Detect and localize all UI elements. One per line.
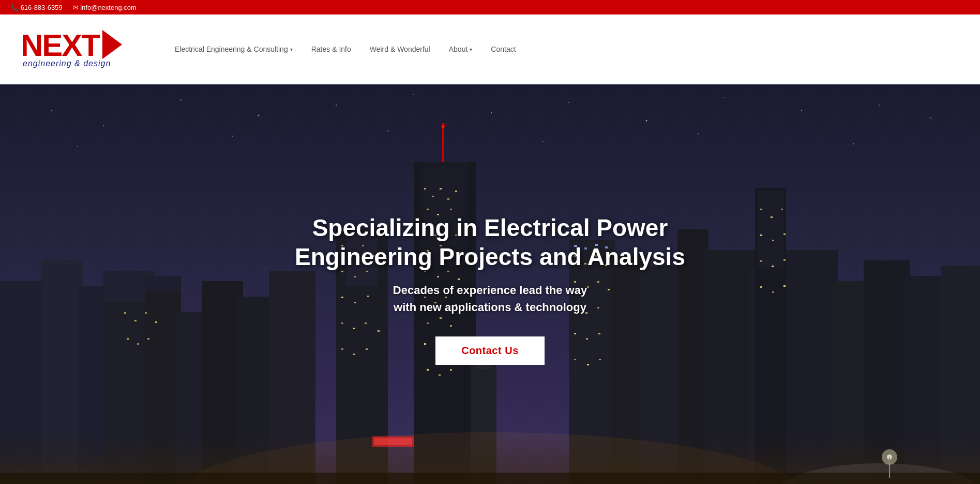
svg-point-16: [387, 130, 388, 131]
svg-point-8: [568, 102, 569, 103]
svg-point-19: [853, 143, 854, 144]
contact-us-button[interactable]: Contact Us: [435, 336, 545, 365]
svg-rect-131: [145, 312, 147, 314]
main-nav: Electrical Engineering & Consulting ▾ Ra…: [165, 40, 959, 58]
svg-rect-151: [0, 473, 980, 484]
svg-rect-138: [781, 209, 783, 210]
svg-rect-140: [772, 240, 774, 241]
svg-rect-52: [758, 190, 783, 268]
svg-point-9: [646, 120, 647, 122]
svg-point-1: [51, 110, 52, 111]
svg-rect-145: [760, 286, 762, 288]
svg-point-18: [698, 133, 699, 134]
svg-rect-144: [783, 259, 786, 261]
hero-subtitle: Decades of experience lead the waywith n…: [278, 282, 702, 316]
svg-point-17: [542, 141, 544, 142]
hero-title: Specializing in Electrical Power Enginee…: [278, 214, 702, 271]
svg-rect-156: [374, 438, 412, 445]
svg-rect-146: [772, 291, 774, 293]
svg-rect-129: [124, 312, 126, 314]
nav-label-electrical: Electrical Engineering & Consulting: [175, 45, 288, 53]
nav-label-contact: Contact: [491, 45, 516, 53]
email-contact[interactable]: ✉ info@nexteng.com: [73, 4, 137, 11]
email-address: info@nexteng.com: [80, 4, 137, 11]
nav-weird-wonderful[interactable]: Weird & Wonderful: [360, 40, 440, 58]
phone-contact[interactable]: 📞 616-883-6359: [10, 4, 63, 11]
svg-point-4: [258, 115, 260, 116]
svg-rect-139: [760, 234, 762, 236]
svg-rect-53: [424, 188, 426, 189]
svg-point-12: [879, 105, 880, 106]
svg-rect-135: [147, 338, 149, 340]
svg-rect-141: [783, 233, 786, 235]
nav-label-rates: Rates & Info: [311, 45, 351, 53]
svg-rect-132: [155, 321, 157, 323]
svg-point-15: [232, 136, 233, 137]
svg-rect-147: [783, 285, 786, 287]
hero-section: Specializing in Electrical Power Enginee…: [0, 84, 980, 484]
email-icon: ✉: [73, 4, 79, 11]
svg-rect-142: [760, 260, 762, 262]
svg-rect-133: [127, 338, 129, 340]
svg-point-11: [801, 110, 802, 111]
chevron-down-icon: ▾: [290, 47, 293, 52]
svg-rect-134: [137, 343, 139, 345]
svg-point-2: [103, 125, 104, 126]
site-logo[interactable]: NEXT engineering & design: [21, 30, 134, 68]
svg-point-3: [180, 99, 182, 100]
site-header: NEXT engineering & design Electrical Eng…: [0, 14, 980, 84]
svg-point-31: [442, 126, 444, 128]
svg-point-14: [77, 146, 78, 147]
svg-rect-154: [889, 457, 890, 478]
top-bar: 📞 616-883-6359 ✉ info@nexteng.com: [0, 0, 980, 14]
svg-rect-55: [440, 188, 442, 189]
svg-point-10: [723, 97, 725, 98]
svg-rect-57: [455, 190, 457, 192]
nav-rates-info[interactable]: Rates & Info: [302, 40, 360, 58]
svg-rect-130: [134, 320, 137, 321]
svg-rect-28: [442, 126, 444, 162]
svg-point-7: [491, 112, 492, 113]
svg-rect-137: [771, 216, 773, 218]
logo-tagline: engineering & design: [23, 59, 111, 68]
svg-point-13: [930, 118, 931, 119]
phone-icon: 📞: [10, 4, 19, 11]
svg-point-5: [336, 105, 337, 106]
svg-point-6: [413, 94, 414, 95]
nav-about[interactable]: About ▾: [440, 40, 482, 58]
nav-label-weird: Weird & Wonderful: [370, 45, 430, 53]
logo-arrow-icon: [102, 30, 122, 59]
phone-number: 616-883-6359: [21, 4, 63, 11]
nav-contact[interactable]: Contact: [481, 40, 525, 58]
svg-rect-136: [760, 209, 762, 210]
svg-rect-143: [772, 266, 774, 267]
nav-electrical-engineering[interactable]: Electrical Engineering & Consulting ▾: [165, 40, 302, 58]
nav-label-about: About: [449, 45, 468, 53]
hero-content: Specializing in Electrical Power Enginee…: [258, 193, 723, 385]
chevron-down-icon: ▾: [470, 47, 472, 52]
logo-brand: NEXT: [21, 30, 99, 61]
